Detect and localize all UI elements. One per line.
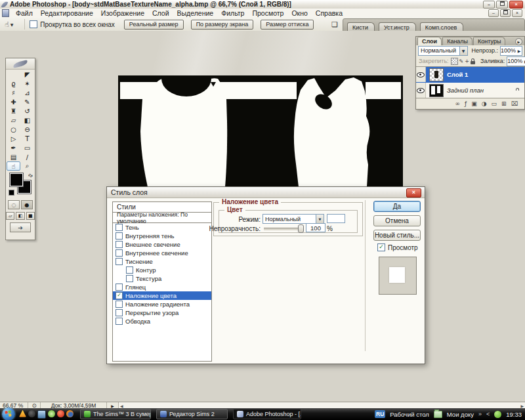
style-item-color-overlay[interactable]: Наложение цвета [113,291,211,300]
style-item-checkbox[interactable] [116,258,123,265]
lock-all-icon[interactable] [471,58,475,65]
visibility-toggle[interactable] [416,83,426,98]
opacity-value[interactable]: 100% ▶ [500,46,522,56]
dropdown-arrow-icon[interactable]: ▼ [316,215,324,223]
tray-expand-arrow[interactable]: < [486,411,490,417]
style-item-outer-glow[interactable]: Внешнее свечение [113,240,211,249]
clone-stamp-tool[interactable]: ♜ [7,106,20,116]
desktop-toolbar[interactable]: Рабочий стол [390,411,429,418]
style-item-bevel-emboss[interactable]: Тиснение [113,257,211,266]
history-brush-tool[interactable]: ↺ [20,106,34,116]
zoom-tool[interactable]: ⌕ [20,161,34,171]
layer-row-background[interactable]: Задний план [416,83,524,98]
quicklaunch-icon-1[interactable] [19,410,26,417]
crop-tool[interactable]: ♯ [7,88,20,97]
default-colors-icon[interactable] [9,190,14,196]
blending-options-header[interactable]: Параметры наложения: По умолчанию [113,213,211,223]
notes-tool[interactable]: ▤ [7,152,20,161]
my-documents-toolbar[interactable]: Мои доку [447,411,474,418]
layer-thumbnail[interactable] [429,68,444,81]
blur-tool[interactable]: ○ [7,125,20,134]
panel-menu-button[interactable]: ▶ [515,38,522,45]
toolbar-chevron[interactable]: » [478,411,482,417]
standard-mode-button[interactable]: ◌ [8,200,20,209]
opacity-slider[interactable] [264,228,302,230]
style-item-satin[interactable]: Глянец [113,283,211,291]
close-button[interactable]: × [509,1,523,9]
restore-button[interactable] [496,1,508,9]
spinner-arrow-icon[interactable]: ▶ [516,49,522,53]
layer-name[interactable]: Задний план [447,87,484,94]
style-item-checkbox[interactable] [116,224,123,231]
add-layer-style-icon[interactable]: ƒ [465,100,467,107]
menu-layer[interactable]: Слой [148,9,173,17]
imageready-button[interactable]: ➔ [10,222,31,232]
blend-mode-select[interactable]: Нормальный ▼ [418,46,468,56]
standard-screen-button[interactable]: ▱ [6,212,14,220]
tab-layers[interactable]: Слои [417,37,442,45]
menu-file[interactable]: Файл [12,9,37,17]
style-item-texture[interactable]: Текстура [113,274,211,283]
new-group-icon[interactable]: ▭ [492,100,497,107]
dodge-tool[interactable]: ⊖ [20,125,34,134]
style-item-checkbox[interactable] [116,232,123,240]
preview-checkbox[interactable] [377,243,385,251]
style-item-checkbox[interactable] [116,292,123,299]
shape-tool[interactable]: ▭ [20,143,34,152]
toolbox-logo[interactable] [6,58,35,70]
language-indicator[interactable]: RU [375,410,385,418]
new-layer-icon[interactable]: ⊞ [501,100,507,107]
style-item-checkbox[interactable] [116,241,123,248]
healing-brush-tool[interactable]: ✚ [7,97,20,106]
style-item-contour[interactable]: Контур [113,266,211,274]
foreground-color-swatch[interactable] [10,173,23,186]
slice-tool[interactable]: ⊿ [20,88,34,97]
gradient-tool[interactable]: ◧ [20,116,34,125]
tab-paths[interactable]: Контуры [473,37,505,45]
brush-tool[interactable]: ✎ [20,97,34,106]
swap-colors-icon[interactable]: ⇄ [27,172,34,179]
quicklaunch-icon-2[interactable] [28,410,35,417]
ok-button[interactable]: Да [373,201,421,212]
palette-well-icon[interactable]: ❏ [331,20,338,29]
tool-preset-dropdown-icon[interactable]: ▼ [10,22,14,27]
doc-minimize-button[interactable]: – [488,9,499,17]
scroll-all-windows-checkbox[interactable] [30,20,37,28]
add-layer-mask-icon[interactable]: ▣ [471,100,477,107]
layer-thumbnail[interactable] [429,84,444,97]
lock-move-icon[interactable]: + [465,58,469,65]
taskbar-button-photoshop[interactable]: Adobe Photoshop - [... [233,409,301,419]
quicklaunch-icon-6[interactable] [66,410,74,417]
minimize-button[interactable]: – [483,1,495,9]
magic-wand-tool[interactable]: ✶ [20,79,34,88]
fullscreen-menu-button[interactable]: ◧ [16,212,24,220]
scroll-left-icon[interactable]: ◀ [120,404,123,408]
scroll-right-icon[interactable]: ▶ [520,404,524,408]
menu-edit[interactable]: Редактирование [37,9,97,17]
hand-tool[interactable]: ☝ [7,161,20,171]
dialog-title-bar[interactable]: Стиль слоя × [107,187,425,198]
menu-image[interactable]: Изображение [97,9,148,17]
style-item-checkbox[interactable] [116,309,123,316]
menu-filter[interactable]: Фильтр [217,9,248,17]
opacity-slider-thumb[interactable] [298,224,304,233]
dialog-close-button[interactable]: × [406,188,421,198]
blend-mode-select[interactable]: Нормальный ▼ [262,214,324,224]
style-item-inner-glow[interactable]: Внутреннее свечение [113,249,211,257]
doc-restore-button[interactable] [500,9,511,17]
new-style-button[interactable]: Новый стиль... [373,230,421,241]
quick-mask-mode-button[interactable]: ● [21,200,33,209]
visibility-toggle[interactable] [416,67,426,82]
tab-channels[interactable]: Каналы [442,37,472,45]
document-canvas[interactable] [118,75,403,187]
style-item-checkbox[interactable] [116,301,123,308]
rect-marquee-tool[interactable] [7,70,20,79]
style-item-pattern-overlay[interactable]: Перекрытие узора [113,308,211,317]
layer-name[interactable]: Слой 1 [447,71,468,78]
style-item-checkbox[interactable] [116,249,123,257]
move-tool[interactable]: ◤ [20,70,34,79]
delete-layer-icon[interactable]: ⌧ [511,100,518,107]
style-item-checkbox[interactable] [116,318,123,325]
style-item-checkbox[interactable] [116,284,123,291]
taskbar-button-sims3[interactable]: The Sims™ 3 В сумер... [80,409,151,419]
